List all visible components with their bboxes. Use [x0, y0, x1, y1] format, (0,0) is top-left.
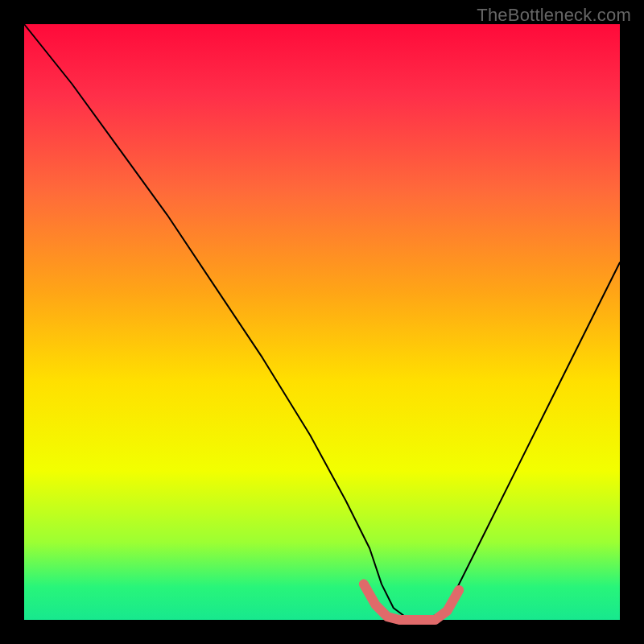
- bottleneck-chart-container: TheBottleneck.com: [0, 0, 644, 644]
- bottleneck-curve-chart: [0, 0, 644, 644]
- watermark-text: TheBottleneck.com: [477, 5, 631, 26]
